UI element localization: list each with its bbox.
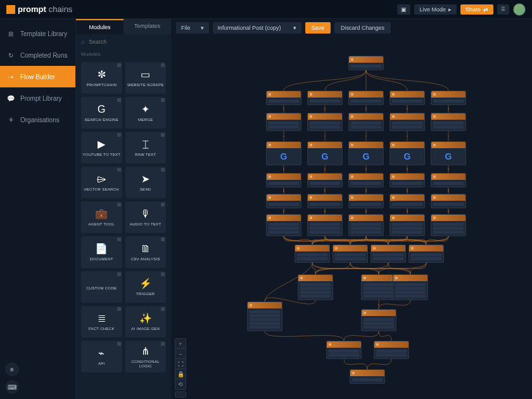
flow-node[interactable] bbox=[307, 113, 343, 131]
module-grid: ✼PROMPTCHAIN▭WEBSITE SCRAPEGSEARCH ENGIN… bbox=[76, 60, 171, 375]
user-avatar[interactable] bbox=[513, 3, 526, 16]
flow-node[interactable] bbox=[348, 113, 384, 131]
flow-canvas[interactable]: + − ⛶ 🔒 ⟲ GGGGG bbox=[171, 37, 532, 399]
flow-selector[interactable]: Informational Post (copy)▾ bbox=[213, 22, 301, 34]
module-card-ai-image-gen[interactable]: ✨AI IMAGE GEN bbox=[125, 306, 167, 338]
apps-button[interactable]: ⠿ bbox=[497, 4, 509, 15]
flow-node[interactable]: G bbox=[307, 141, 343, 165]
flow-node[interactable] bbox=[431, 113, 466, 131]
sidebar-item-organisations[interactable]: ⚘ Organisations bbox=[0, 109, 75, 130]
canvas-area: File▾ Informational Post (copy)▾ Save Di… bbox=[171, 19, 532, 399]
module-card-promptchain[interactable]: ✼PROMPTCHAIN bbox=[81, 62, 122, 94]
flow-node[interactable] bbox=[307, 173, 343, 187]
flow-node[interactable] bbox=[298, 274, 333, 300]
flow-node[interactable] bbox=[326, 341, 362, 359]
flow-node[interactable] bbox=[393, 274, 428, 300]
flow-node[interactable] bbox=[350, 369, 385, 384]
sidebar-item-flow-builder[interactable]: ⇢ Flow Builder bbox=[0, 66, 75, 87]
flow-node[interactable] bbox=[390, 113, 425, 131]
module-icon: ▶ bbox=[98, 138, 105, 150]
flow-node[interactable] bbox=[431, 194, 466, 208]
module-card-raw-text[interactable]: ⌶RAW TEXT bbox=[125, 132, 167, 163]
flow-node[interactable] bbox=[348, 214, 384, 236]
file-menu[interactable]: File▾ bbox=[176, 22, 209, 34]
flow-node[interactable] bbox=[294, 244, 330, 263]
sidebar-item-prompt-library[interactable]: 💬 Prompt Library bbox=[0, 87, 75, 109]
module-card-conditional-logic[interactable]: ⋔CONDITIONAL LOGIC bbox=[125, 341, 167, 372]
help-button[interactable]: ≡ bbox=[5, 362, 19, 376]
save-button[interactable]: Save bbox=[305, 22, 331, 34]
flow-node[interactable] bbox=[266, 194, 301, 208]
module-card-search-engine[interactable]: GSEARCH ENGINE bbox=[81, 97, 122, 129]
module-card-send[interactable]: ➤SEND bbox=[125, 167, 167, 198]
sidebar-item-template-library[interactable]: ⊞ Template Library bbox=[0, 23, 75, 44]
flow-node[interactable] bbox=[348, 91, 384, 105]
module-card-fact-check[interactable]: ≣FACT CHECK bbox=[81, 306, 122, 338]
flow-node[interactable] bbox=[431, 173, 466, 187]
module-card-document[interactable]: 📄DOCUMENT bbox=[81, 236, 122, 268]
flow-node[interactable] bbox=[266, 91, 301, 105]
flow-node[interactable] bbox=[361, 309, 396, 331]
module-label: PROMPTCHAIN bbox=[86, 83, 117, 87]
template-icon: ⊞ bbox=[6, 29, 15, 38]
flow-node[interactable] bbox=[370, 244, 406, 263]
module-card-youtube-to-text[interactable]: ▶YOUTUBE TO TEXT bbox=[81, 132, 122, 163]
zoom-out-button[interactable]: − bbox=[175, 349, 186, 359]
minimap-toggle[interactable] bbox=[175, 391, 186, 398]
grid-icon: ⠿ bbox=[501, 6, 505, 13]
flow-node[interactable] bbox=[266, 214, 301, 236]
module-panel: Modules Templates ⌕ Modules ✼PROMPTCHAIN… bbox=[76, 19, 171, 399]
zoom-fit-button[interactable]: ⛶ bbox=[175, 359, 186, 369]
live-mode-button[interactable]: Live Mode▸ bbox=[414, 4, 457, 15]
flow-node[interactable] bbox=[247, 301, 282, 331]
module-card-vector-search[interactable]: ⌲VECTOR SEARCH bbox=[81, 167, 122, 198]
module-card-custom-code[interactable]: CUSTOM CODE bbox=[81, 271, 122, 303]
discard-button[interactable]: Discard Changes bbox=[334, 22, 391, 34]
module-card-csv-analysis[interactable]: 🗎CSV ANALYSIS bbox=[125, 236, 167, 268]
flow-node[interactable] bbox=[348, 194, 384, 208]
tab-modules[interactable]: Modules bbox=[76, 19, 124, 34]
notifications-button[interactable]: ▣ bbox=[397, 4, 410, 15]
flow-node[interactable] bbox=[431, 91, 466, 105]
zoom-reset-button[interactable]: ⟲ bbox=[175, 379, 186, 390]
flow-node[interactable] bbox=[431, 214, 466, 236]
flow-node[interactable] bbox=[390, 91, 425, 105]
module-card-trigger[interactable]: ⚡TRIGGER bbox=[125, 271, 167, 303]
share-label: Share bbox=[466, 6, 481, 13]
module-label: CUSTOM CODE bbox=[86, 286, 117, 291]
module-card-audio-to-text[interactable]: 🎙AUDIO TO TEXT bbox=[125, 201, 167, 233]
sidebar-item-label: Flow Builder bbox=[20, 73, 55, 80]
keyboard-icon: ⌨ bbox=[8, 384, 16, 391]
flow-node[interactable]: G bbox=[431, 141, 466, 165]
flow-node[interactable]: G bbox=[348, 141, 384, 165]
module-card-merge[interactable]: ✦MERGE bbox=[125, 97, 167, 129]
flow-node[interactable] bbox=[408, 244, 444, 263]
flow-node[interactable] bbox=[361, 274, 396, 300]
flow-node[interactable]: G bbox=[266, 141, 301, 165]
flow-node[interactable] bbox=[374, 341, 409, 359]
flow-node[interactable] bbox=[266, 113, 301, 131]
module-card-api[interactable]: ⌁API bbox=[81, 341, 122, 372]
sidebar-item-completed-runs[interactable]: ↻ Completed Runs bbox=[0, 44, 75, 66]
zoom-in-button[interactable]: + bbox=[175, 339, 186, 349]
flow-node[interactable] bbox=[307, 91, 343, 105]
module-card-agent-tool[interactable]: 💼AGENT TOOL bbox=[81, 201, 122, 233]
flow-icon: ⇢ bbox=[6, 72, 15, 81]
flow-node[interactable] bbox=[348, 56, 384, 70]
flow-node[interactable]: G bbox=[390, 141, 425, 165]
module-search-input[interactable] bbox=[89, 39, 166, 45]
flow-node[interactable] bbox=[390, 173, 425, 187]
flow-node[interactable] bbox=[348, 173, 384, 187]
zoom-lock-button[interactable]: 🔒 bbox=[175, 369, 186, 379]
flow-node[interactable] bbox=[307, 214, 343, 236]
module-label: AGENT TOOL bbox=[89, 222, 115, 227]
module-card-website-scrape[interactable]: ▭WEBSITE SCRAPE bbox=[125, 62, 167, 94]
flow-node[interactable] bbox=[390, 194, 425, 208]
flow-node[interactable] bbox=[332, 244, 368, 263]
share-button[interactable]: Share⇄ bbox=[460, 4, 493, 15]
keyboard-button[interactable]: ⌨ bbox=[5, 380, 19, 394]
tab-templates[interactable]: Templates bbox=[124, 19, 171, 34]
flow-node[interactable] bbox=[390, 214, 425, 236]
flow-node[interactable] bbox=[266, 173, 301, 187]
flow-node[interactable] bbox=[307, 194, 343, 208]
